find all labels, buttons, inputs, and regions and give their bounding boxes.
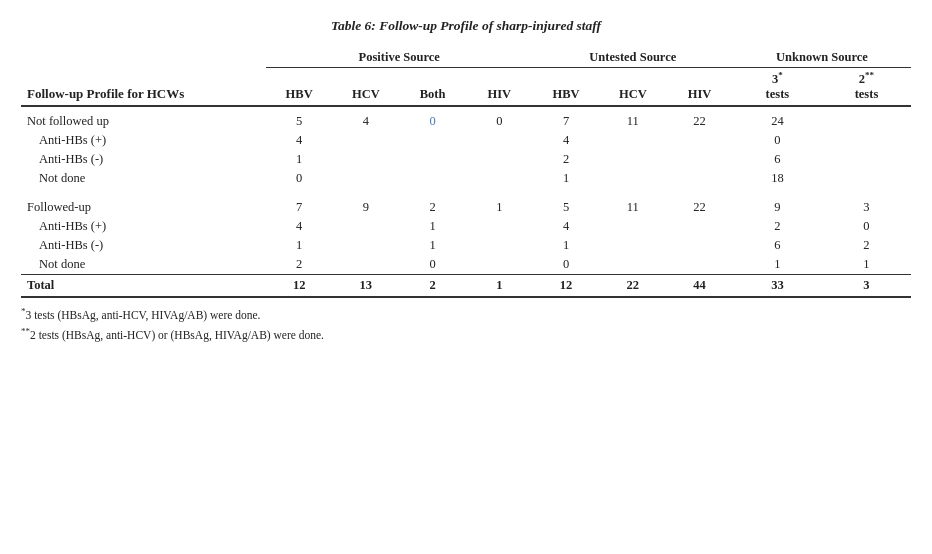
fu-hiv2: 22 [666,198,733,217]
total-hiv: 1 [466,275,533,298]
col-three-tests: 3* tests [733,68,822,107]
unknown-source-header: Unknown Source [733,48,911,68]
nfu-ahn-hcv [333,150,400,169]
footnote-2-text: 2 tests (HBsAg, anti-HCV) or (HBsAg, HIV… [30,329,324,341]
fu-hbv: 7 [266,198,333,217]
fu-ahp-both: 1 [399,217,466,236]
fu-hcv: 9 [333,198,400,217]
col-hcv: HCV [333,68,400,107]
page-wrapper: Table 6: Follow-up Profile of sharp-inju… [21,18,911,345]
nfu-ahp-both [399,131,466,150]
footnote-1: *3 tests (HBsAg, anti-HCV, HIVAg/AB) wer… [21,304,911,324]
fu-nd-hbv: 2 [266,255,333,275]
nfu-anti-hbs-pos-row: Anti-HBs (+) 4 4 0 [21,131,911,150]
fu-ahp-hcv [333,217,400,236]
fu-ahn-hcv [333,236,400,255]
nfu-anti-hbs-neg-label: Anti-HBs (-) [21,150,266,169]
fu-ahn-three: 6 [733,236,822,255]
nfu-ahp-hcv2 [599,131,666,150]
fu-hbv2: 5 [533,198,600,217]
nfu-nd-hcv2 [599,169,666,188]
nfu-anti-hbs-neg-row: Anti-HBs (-) 1 2 6 [21,150,911,169]
nfu-ahn-two [822,150,911,169]
nfu-ahn-hiv2 [666,150,733,169]
fu-not-done-row: Not done 2 0 0 1 1 [21,255,911,275]
fu-ahp-hiv2 [666,217,733,236]
col-hiv2: HIV [666,68,733,107]
nfu-hcv: 4 [333,112,400,131]
nfu-nd-hcv [333,169,400,188]
nfu-ahn-hbv2: 2 [533,150,600,169]
fu-three: 9 [733,198,822,217]
nfu-not-done-label: Not done [21,169,266,188]
total-hbv: 12 [266,275,333,298]
main-table: Positive Source Untested Source Unknown … [21,48,911,298]
followed-up-row: Followed-up 7 9 2 1 5 11 22 9 3 [21,198,911,217]
empty-header [21,48,266,68]
total-hiv2: 44 [666,275,733,298]
nfu-nd-hbv: 0 [266,169,333,188]
fu-ahp-two: 0 [822,217,911,236]
nfu-three: 24 [733,112,822,131]
fu-nd-hbv2: 0 [533,255,600,275]
fu-ahp-hbv: 4 [266,217,333,236]
followed-up-label: Followed-up [21,198,266,217]
col-two-tests: 2** tests [822,68,911,107]
nfu-hbv2: 7 [533,112,600,131]
col-hcv2: HCV [599,68,666,107]
nfu-hbv: 5 [266,112,333,131]
nfu-ahp-hiv [466,131,533,150]
total-both: 2 [399,275,466,298]
nfu-ahn-both [399,150,466,169]
positive-source-header: Positive Source [266,48,533,68]
footnote-1-text: 3 tests (HBsAg, anti-HCV, HIVAg/AB) were… [26,309,261,321]
untested-source-header: Untested Source [533,48,733,68]
total-hbv2: 12 [533,275,600,298]
footnote-2: **2 tests (HBsAg, anti-HCV) or (HBsAg, H… [21,324,911,344]
total-two: 3 [822,275,911,298]
nfu-anti-hbs-pos-label: Anti-HBs (+) [21,131,266,150]
fu-ahn-hbv: 1 [266,236,333,255]
nfu-ahn-hcv2 [599,150,666,169]
nfu-ahp-hbv2: 4 [533,131,600,150]
nfu-hiv: 0 [466,112,533,131]
nfu-ahn-three: 6 [733,150,822,169]
footnote-2-sup: ** [21,326,30,336]
fu-anti-hbs-neg-row: Anti-HBs (-) 1 1 1 6 2 [21,236,911,255]
nfu-not-done-row: Not done 0 1 18 [21,169,911,188]
fu-nd-both: 0 [399,255,466,275]
fu-ahn-hiv [466,236,533,255]
fu-ahp-hbv2: 4 [533,217,600,236]
total-label: Total [21,275,266,298]
fu-nd-three: 1 [733,255,822,275]
fu-anti-hbs-pos-row: Anti-HBs (+) 4 1 4 2 0 [21,217,911,236]
fu-ahp-hiv [466,217,533,236]
table-body: Not followed up 5 4 0 0 7 11 22 24 Anti-… [21,106,911,297]
nfu-nd-hiv2 [666,169,733,188]
fu-anti-hbs-neg-label: Anti-HBs (-) [21,236,266,255]
nfu-ahp-two [822,131,911,150]
fu-ahp-hcv2 [599,217,666,236]
nfu-ahp-hbv: 4 [266,131,333,150]
fu-nd-hiv2 [666,255,733,275]
not-followed-up-row: Not followed up 5 4 0 0 7 11 22 24 [21,112,911,131]
fu-ahn-both: 1 [399,236,466,255]
fu-nd-two: 1 [822,255,911,275]
hcw-label: Follow-up Profile for HCWs [21,68,266,107]
fu-nd-hiv [466,255,533,275]
total-row: Total 12 13 2 1 12 22 44 33 3 [21,275,911,298]
col-hiv: HIV [466,68,533,107]
nfu-ahn-hiv [466,150,533,169]
total-hcv: 13 [333,275,400,298]
col-hbv2: HBV [533,68,600,107]
col-hbv: HBV [266,68,333,107]
nfu-ahp-hiv2 [666,131,733,150]
nfu-nd-hbv2: 1 [533,169,600,188]
subheader-row: Follow-up Profile for HCWs HBV HCV Both … [21,68,911,107]
section2-spacer [21,188,911,198]
total-three: 33 [733,275,822,298]
fu-ahn-hcv2 [599,236,666,255]
nfu-nd-both [399,169,466,188]
fu-two: 3 [822,198,911,217]
not-followed-up-label: Not followed up [21,112,266,131]
